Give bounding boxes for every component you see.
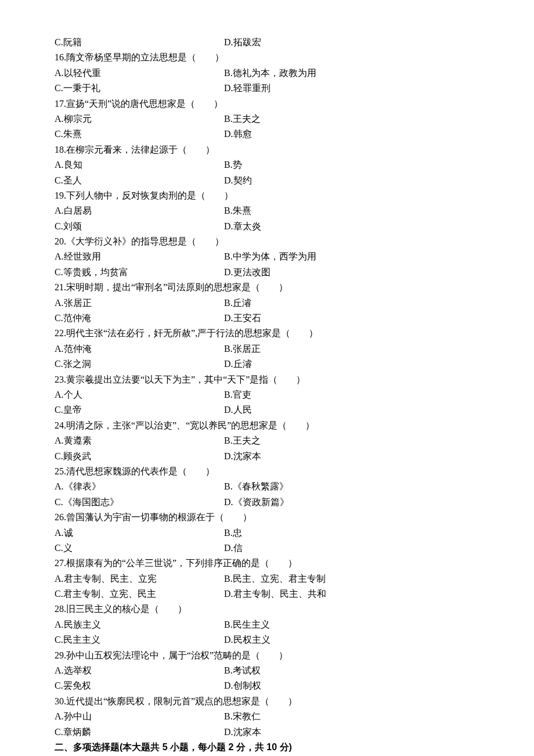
question-stem: 24.明清之际，主张“严以治吏”、“宽以养民”的思想家是（ ） [55, 418, 499, 433]
opt-c: C.《海国图志》 [55, 495, 224, 510]
opt-b: B.张居正 [224, 341, 499, 357]
question-stem: 16.隋文帝杨坚早期的立法思想是（ ） [55, 50, 499, 65]
opt-c: C.皇帝 [55, 402, 224, 417]
opt-c: C.圣人 [55, 173, 224, 188]
opt-d: D.拓跋宏 [224, 35, 499, 50]
opt-d: D.民权主义 [224, 632, 499, 647]
opt-d: D.人民 [224, 402, 499, 417]
opt-d: D.契约 [224, 173, 499, 188]
opt-c: C.顾炎武 [55, 449, 224, 464]
opt-b: B.民生主义 [224, 617, 499, 632]
opt-a: A.良知 [55, 157, 224, 172]
opt-c: C.等贵贱，均贫富 [55, 265, 224, 280]
question-stem: 27.根据康有为的“公羊三世说”，下列排序正确的是（ ） [55, 556, 499, 571]
opt-c: C.范仲淹 [55, 311, 224, 326]
opt-b: B.王夫之 [224, 111, 499, 127]
opt-a: A.选举权 [55, 663, 224, 678]
opt-d: D.沈家本 [224, 449, 499, 464]
question-stem: 29.孙中山五权宪法理论中，属于“治权”范畴的是（ ） [55, 648, 499, 663]
question-stem: 26.曾国藩认为宇宙一切事物的根源在于（ ） [55, 510, 499, 525]
question-stem: 21.宋明时期，提出“审刑名”司法原则的思想家是（ ） [55, 280, 499, 295]
opt-a: A.白居易 [55, 203, 224, 218]
opt-b: B.势 [224, 157, 499, 172]
opt-a: A.民族主义 [55, 617, 224, 632]
opt-d: D.章太炎 [224, 219, 499, 234]
opt-b: B.王夫之 [224, 433, 499, 448]
opt-d: D.创制权 [224, 678, 499, 693]
opt-d: D.更法改图 [224, 265, 499, 280]
question-stem: 25.清代思想家魏源的代表作是（ ） [55, 464, 499, 479]
opt-a: A.孙中山 [55, 709, 224, 724]
section-title: 二、多项选择题(本大题共 5 小题，每小题 2 分，共 10 分) [55, 740, 499, 755]
opt-c: C.义 [55, 541, 224, 556]
opt-c: C.刘颂 [55, 219, 224, 234]
opt-c: C.罢免权 [55, 678, 224, 693]
opt-a: A.《律表》 [55, 479, 224, 494]
question-stem: 19.下列人物中，反对恢复肉刑的是（ ） [55, 188, 499, 203]
opt-c: C.一秉于礼 [55, 81, 224, 96]
opt-c: C.朱熹 [55, 127, 224, 142]
opt-d: D.君主专制、民主、共和 [224, 586, 499, 602]
opt-c: C.民主主义 [55, 632, 224, 647]
question-stem: 18.在柳宗元看来，法律起源于（ ） [55, 142, 499, 157]
opt-b: B.考试权 [224, 663, 499, 678]
opt-d: D.韩愈 [224, 127, 499, 142]
opt-b: B.官吏 [224, 387, 499, 402]
opt-b: B.民主、立宪、君主专制 [224, 571, 499, 586]
opt-c: C.章炳麟 [55, 725, 224, 740]
opt-c: C.阮籍 [55, 35, 224, 50]
question-stem: 17.宣扬“天刑”说的唐代思想家是（ ） [55, 96, 499, 111]
question-stem: 20.《大学衍义补》的指导思想是（ ） [55, 234, 499, 249]
opt-a: A.君主专制、民主、立宪 [55, 571, 224, 586]
question-stem: 23.黄宗羲提出立法要“以天下为主”，其中“天下”是指（ ） [55, 372, 499, 387]
opt-d: D.王安石 [224, 311, 499, 326]
opt-d: D.信 [224, 541, 499, 556]
opt-a: A.以轻代重 [55, 66, 224, 81]
opt-d: D.丘濬 [224, 357, 499, 372]
opt-a: A.诚 [55, 525, 224, 541]
opt-b: B.中学为体，西学为用 [224, 249, 499, 264]
opt-b: B.忠 [224, 525, 499, 541]
opt-a: A.范仲淹 [55, 341, 224, 357]
opt-b: B.《春秋繁露》 [224, 479, 499, 494]
question-stem: 28.旧三民主义的核心是（ ） [55, 602, 499, 617]
question-stem: 30.近代提出“恢廓民权，限制元首”观点的思想家是（ ） [55, 694, 499, 709]
opt-d: D.《资政新篇》 [224, 495, 499, 510]
question-stem: 22.明代主张“法在必行，奸无所赦”,严于行法的思想家是（ ） [55, 326, 499, 341]
opt-b: B.德礼为本，政教为用 [224, 66, 499, 81]
opt-a: A.黄遵素 [55, 433, 224, 448]
opt-c: C.君主专制、立宪、民主 [55, 586, 224, 602]
opt-a: A.张居正 [55, 296, 224, 311]
opt-b: B.朱熹 [224, 203, 499, 218]
opt-d: D.沈家本 [224, 725, 499, 740]
opt-a: A.柳宗元 [55, 111, 224, 127]
opt-a: A.经世致用 [55, 249, 224, 264]
opt-a: A.个人 [55, 387, 224, 402]
opt-d: D.轻罪重刑 [224, 81, 499, 96]
opt-b: B.丘濬 [224, 296, 499, 311]
opt-c: C.张之洞 [55, 357, 224, 372]
opt-b: B.宋教仁 [224, 709, 499, 724]
